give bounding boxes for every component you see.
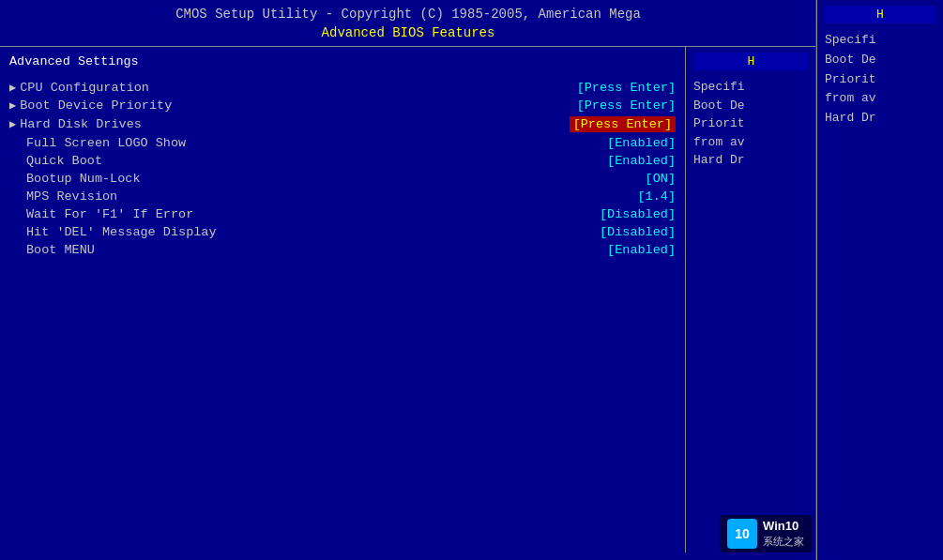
menu-item[interactable]: Quick Boot[Enabled] — [9, 153, 676, 169]
menu-item[interactable]: Bootup Num-Lock[ON] — [9, 171, 676, 187]
submenu-arrow-icon: ▶ — [9, 81, 16, 95]
menu-item-value[interactable]: [Disabled] — [600, 207, 676, 221]
menu-item-label: Boot MENU — [26, 243, 95, 257]
menu-item-name: Quick Boot — [9, 154, 102, 168]
menu-item-label: Hit 'DEL' Message Display — [26, 225, 217, 239]
menu-item[interactable]: ▶Hard Disk Drives[Press Enter] — [9, 115, 676, 133]
menu-item-label: Boot Device Priority — [20, 98, 172, 113]
menu-item-label: Bootup Num-Lock — [26, 172, 141, 186]
watermark-logo: 10 — [727, 519, 757, 549]
menu-item-value[interactable]: [Press Enter] — [570, 116, 676, 132]
menu-item-value[interactable]: [Press Enter] — [577, 81, 676, 95]
content-area: Advanced Settings ▶CPU Configuration[Pre… — [0, 47, 816, 552]
menu-item-name: Boot MENU — [9, 243, 95, 257]
section-title: Advanced Settings — [9, 54, 676, 68]
bios-screen: CMOS Setup Utility - Copyright (C) 1985-… — [0, 0, 816, 560]
menu-item-name: ▶CPU Configuration — [9, 81, 149, 95]
submenu-arrow-icon: ▶ — [9, 98, 16, 113]
menu-list: ▶CPU Configuration[Press Enter]▶Boot Dev… — [9, 80, 676, 258]
help-line-5: Hard Dr — [693, 151, 809, 170]
menu-item[interactable]: ▶CPU Configuration[Press Enter] — [9, 80, 676, 96]
menu-item[interactable]: Wait For 'F1' If Error[Disabled] — [9, 206, 676, 222]
menu-item-value[interactable]: [Press Enter] — [577, 98, 676, 113]
menu-item[interactable]: ▶Boot Device Priority[Press Enter] — [9, 98, 676, 114]
right-panel-text: Specifi Boot De Priorit from av Hard Dr — [693, 78, 809, 170]
subtitle-line: Advanced BIOS Features — [9, 24, 807, 43]
menu-item-name: MPS Revision — [9, 189, 117, 204]
menu-item-value[interactable]: [1.4] — [637, 189, 676, 204]
menu-item-value[interactable]: [Enabled] — [607, 243, 676, 257]
main-panel: Advanced Settings ▶CPU Configuration[Pre… — [0, 47, 685, 552]
help-line-3: Priorit — [693, 114, 809, 133]
menu-item-name: ▶Boot Device Priority — [9, 98, 172, 113]
menu-item-value[interactable]: [Enabled] — [607, 136, 676, 150]
menu-item-value[interactable]: [Enabled] — [607, 154, 676, 168]
menu-item-name: ▶Hard Disk Drives — [9, 117, 142, 131]
far-right-header: H — [825, 6, 935, 23]
menu-item[interactable]: Full Screen LOGO Show[Enabled] — [9, 135, 676, 151]
help-line-4: from av — [693, 133, 809, 152]
menu-item-name: Hit 'DEL' Message Display — [9, 225, 217, 239]
menu-item-label: CPU Configuration — [20, 81, 149, 95]
submenu-arrow-icon: ▶ — [9, 117, 16, 131]
menu-item[interactable]: MPS Revision[1.4] — [9, 189, 676, 204]
menu-item-label: MPS Revision — [26, 189, 117, 204]
far-right-text: SpecifiBoot DePrioritfrom avHard Dr — [825, 31, 935, 129]
menu-item-name: Wait For 'F1' If Error — [9, 207, 193, 221]
bios-header: CMOS Setup Utility - Copyright (C) 1985-… — [0, 0, 816, 47]
menu-item-name: Full Screen LOGO Show — [9, 136, 186, 150]
help-line-2: Boot De — [693, 97, 809, 115]
menu-item-label: Hard Disk Drives — [20, 117, 142, 131]
menu-item[interactable]: Hit 'DEL' Message Display[Disabled] — [9, 224, 676, 240]
help-line-1: Specifi — [693, 78, 809, 97]
menu-item-label: Quick Boot — [26, 154, 102, 168]
right-panel: H Specifi Boot De Priorit from av Hard D… — [685, 47, 816, 552]
far-right-panel: H SpecifiBoot DePrioritfrom avHard Dr — [816, 0, 943, 560]
right-panel-header: H — [693, 53, 809, 70]
watermark-text: Win10 系统之家 — [763, 519, 804, 548]
menu-item-name: Bootup Num-Lock — [9, 172, 141, 186]
watermark: 10 Win10 系统之家 — [720, 515, 812, 552]
menu-item[interactable]: Boot MENU[Enabled] — [9, 242, 676, 258]
menu-item-value[interactable]: [ON] — [646, 172, 676, 186]
menu-item-label: Wait For 'F1' If Error — [26, 207, 193, 221]
copyright-line: CMOS Setup Utility - Copyright (C) 1985-… — [9, 6, 807, 24]
menu-item-value[interactable]: [Disabled] — [600, 225, 676, 239]
menu-item-label: Full Screen LOGO Show — [26, 136, 186, 150]
